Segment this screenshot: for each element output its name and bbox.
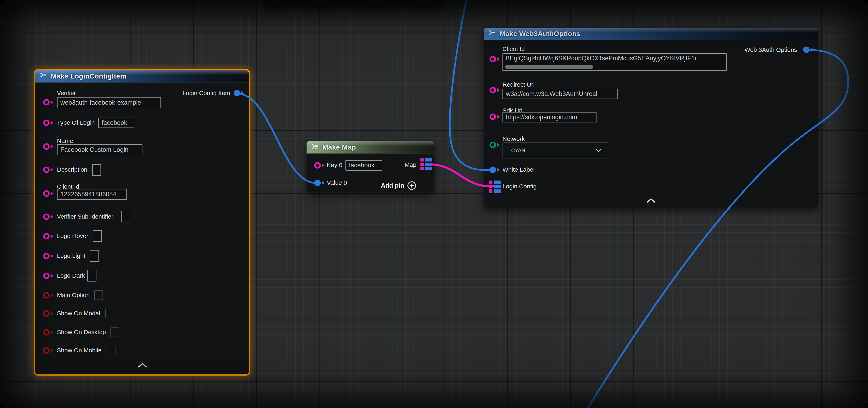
map-output-label: Map xyxy=(405,161,416,168)
client-id-input[interactable] xyxy=(57,189,127,200)
name-input[interactable] xyxy=(57,144,143,155)
add-pin-button[interactable]: Add pin xyxy=(381,181,416,190)
make-struct-icon xyxy=(488,29,496,38)
logo-light-pin[interactable] xyxy=(43,253,50,259)
node-title: Make Map xyxy=(322,143,356,151)
main-option-checkbox[interactable] xyxy=(94,291,103,300)
description-label: Description xyxy=(57,166,87,173)
client-id-scrollbar[interactable] xyxy=(505,65,593,69)
show-on-desktop-pin[interactable] xyxy=(43,329,50,336)
logo-dark-label: Logo Dark xyxy=(57,272,85,279)
show-on-mobile-label: Show On Mobile xyxy=(57,347,101,354)
login-config-item-output-label: Login Config Item xyxy=(183,90,230,97)
node-title: Make LoginConfigItem xyxy=(51,72,126,80)
main-option-pin[interactable] xyxy=(43,292,50,299)
logo-light-input[interactable] xyxy=(90,250,99,262)
client-id-pin[interactable] xyxy=(490,56,496,62)
web3auth-options-output-label: Web 3Auth Options xyxy=(744,46,797,53)
redirect-url-input[interactable] xyxy=(502,89,618,99)
network-pin[interactable] xyxy=(490,142,496,148)
verifier-sub-identifier-input[interactable] xyxy=(121,211,130,223)
name-label: Name xyxy=(57,137,73,144)
show-on-desktop-label: Show On Desktop xyxy=(57,329,106,336)
key0-input[interactable] xyxy=(345,160,382,171)
type-of-login-label: Type Of Login xyxy=(57,119,95,126)
logo-dark-pin[interactable] xyxy=(43,273,50,279)
show-on-mobile-pin[interactable] xyxy=(43,347,50,354)
client-id-pin[interactable] xyxy=(43,190,50,197)
logo-hover-label: Logo Hover xyxy=(57,233,88,239)
graph-canvas[interactable]: Make LoginConfigItem Verifier Login Conf… xyxy=(0,0,868,408)
redirect-url-pin[interactable] xyxy=(490,87,496,93)
client-id-value: BEglQSgt4cUWcj6SKRdu5QkOXTsePmMcusG5EAoy… xyxy=(505,55,724,62)
chevron-down-icon xyxy=(595,148,602,152)
node-title: Make Web3AuthOptions xyxy=(500,30,580,38)
verifier-sub-identifier-label: Verifier Sub Identifier xyxy=(57,213,113,220)
description-input[interactable] xyxy=(92,164,101,176)
blueprint-editor: Make LoginConfigItem Verifier Login Conf… xyxy=(0,0,868,408)
make-struct-icon xyxy=(39,72,48,81)
show-on-modal-label: Show On Modal xyxy=(57,310,100,317)
logo-light-label: Logo Light xyxy=(57,252,85,259)
node-header[interactable]: Make LoginConfigItem xyxy=(35,70,249,83)
show-on-modal-checkbox[interactable] xyxy=(105,309,114,318)
description-pin[interactable] xyxy=(43,167,50,173)
sdk-url-pin[interactable] xyxy=(490,113,496,120)
network-dropdown[interactable]: CYAN xyxy=(502,142,608,159)
client-id-input[interactable]: BEglQSgt4cUWcj6SKRdu5QkOXTsePmMcusG5EAoy… xyxy=(502,53,726,71)
name-pin[interactable] xyxy=(43,143,50,150)
node-make-web3authoptions[interactable]: Make Web3AuthOptions Client Id BEglQSgt4… xyxy=(484,28,818,207)
collapse-node-chevron-icon[interactable] xyxy=(646,198,656,203)
add-pin-plus-icon xyxy=(407,181,416,190)
verifier-input[interactable] xyxy=(57,97,161,108)
offscreen-node-bottom-edge[interactable] xyxy=(264,0,443,6)
type-of-login-pin[interactable] xyxy=(43,120,50,126)
verifier-sub-identifier-pin[interactable] xyxy=(43,213,50,220)
network-selected-value: CYAN xyxy=(511,147,525,154)
client-id-label: Client Id xyxy=(502,45,525,53)
node-header[interactable]: Make Map xyxy=(307,141,434,154)
collapse-node-chevron-icon[interactable] xyxy=(138,363,147,368)
type-of-login-input[interactable] xyxy=(98,117,134,128)
verifier-label: Verifier xyxy=(57,90,76,97)
show-on-modal-pin[interactable] xyxy=(43,310,50,317)
add-pin-label: Add pin xyxy=(381,182,404,189)
sdk-url-input[interactable] xyxy=(502,112,596,123)
node-make-map[interactable]: Make Map Key 0 Map Value 0 Add pin xyxy=(307,141,434,192)
node-header[interactable]: Make Web3AuthOptions xyxy=(484,28,818,40)
logo-hover-pin[interactable] xyxy=(43,233,50,239)
value0-label: Value 0 xyxy=(327,179,347,186)
show-on-desktop-checkbox[interactable] xyxy=(111,328,119,337)
network-label: Network xyxy=(502,135,525,142)
make-map-icon xyxy=(310,143,319,152)
show-on-mobile-checkbox[interactable] xyxy=(106,346,116,355)
logo-hover-input[interactable] xyxy=(93,230,102,242)
redirect-url-label: Redirect Url xyxy=(502,81,534,88)
main-option-label: Main Option xyxy=(57,292,90,299)
logo-dark-input[interactable] xyxy=(87,270,96,281)
key0-label: Key 0 xyxy=(327,162,342,169)
verifier-pin[interactable] xyxy=(43,99,50,105)
key0-pin[interactable] xyxy=(314,162,321,169)
white-label-label: White Label xyxy=(502,166,534,173)
login-config-label: Login Config xyxy=(502,183,536,190)
node-make-loginconfigitem[interactable]: Make LoginConfigItem Verifier Login Conf… xyxy=(35,70,249,374)
